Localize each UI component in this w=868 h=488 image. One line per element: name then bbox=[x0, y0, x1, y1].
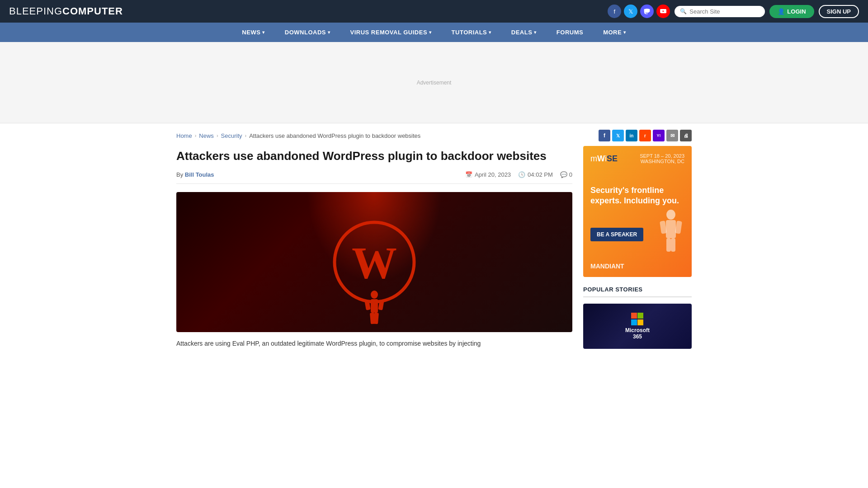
svg-rect-9 bbox=[666, 220, 676, 238]
nav-tutorials-arrow: ▾ bbox=[489, 30, 491, 35]
svg-rect-12 bbox=[666, 238, 671, 252]
article-date: 📅 April 20, 2023 bbox=[465, 171, 511, 178]
login-button[interactable]: 👤 LOGIN bbox=[769, 5, 814, 18]
svg-rect-3 bbox=[371, 299, 378, 313]
popular-story-1-image[interactable]: Microsoft365 bbox=[583, 304, 692, 349]
article-layout: Attackers use abandoned WordPress plugin… bbox=[176, 146, 692, 362]
figure-silhouette bbox=[363, 290, 386, 326]
breadcrumb-news[interactable]: News bbox=[199, 132, 214, 139]
author-link[interactable]: Bill Toulas bbox=[185, 171, 214, 178]
calendar-icon: 📅 bbox=[465, 171, 472, 178]
article-hero-image: W bbox=[176, 192, 572, 332]
ad-logo: mWiSE bbox=[590, 153, 618, 164]
article-excerpt: Attackers are using Eval PHP, an outdate… bbox=[176, 338, 572, 348]
clock-icon: 🕓 bbox=[518, 171, 525, 178]
youtube-header-icon[interactable] bbox=[656, 5, 670, 18]
header-right: f 𝕏 🔍 👤 LOGIN SIGN UP bbox=[608, 5, 859, 18]
article-meta: By Bill Toulas 📅 April 20, 2023 🕓 04:02 … bbox=[176, 171, 572, 184]
breadcrumb: Home › News › Security › Attackers use a… bbox=[176, 132, 420, 139]
svg-point-8 bbox=[666, 210, 675, 220]
nav-downloads[interactable]: DOWNLOADS ▾ bbox=[275, 23, 340, 42]
sidebar-advertisement[interactable]: mWiSE SEPT 18 – 20, 2023 WASHINGTON, DC … bbox=[583, 146, 692, 277]
breadcrumb-sep-1: › bbox=[195, 133, 197, 138]
breadcrumb-security[interactable]: Security bbox=[221, 132, 242, 139]
meta-right: 📅 April 20, 2023 🕓 04:02 PM 💬 0 bbox=[465, 171, 572, 178]
ad-figure bbox=[657, 209, 684, 259]
article-sidebar: mWiSE SEPT 18 – 20, 2023 WASHINGTON, DC … bbox=[583, 146, 692, 349]
popular-stories-section: POPULAR STORIES Microsoft365 bbox=[583, 286, 692, 349]
site-header: BLEEPINGCOMPUTER f 𝕏 🔍 👤 LOGIN SIGN UP bbox=[0, 0, 868, 23]
share-icons: f 𝕏 in r Y! ✉ 🖨 bbox=[599, 130, 692, 141]
twitter-header-icon[interactable]: 𝕏 bbox=[624, 5, 637, 18]
comment-icon: 💬 bbox=[560, 171, 567, 178]
content-wrapper: Home › News › Security › Attackers use a… bbox=[167, 123, 701, 362]
search-icon: 🔍 bbox=[680, 8, 687, 14]
ad-cta-button[interactable]: BE A SPEAKER bbox=[590, 228, 643, 241]
ad-date: SEPT 18 – 20, 2023 bbox=[640, 153, 684, 159]
ms365-text: Microsoft365 bbox=[625, 327, 650, 340]
facebook-header-icon[interactable]: f bbox=[608, 5, 621, 18]
article-title: Attackers use abandoned WordPress plugin… bbox=[176, 149, 572, 164]
svg-text:W: W bbox=[352, 238, 397, 288]
share-print[interactable]: 🖨 bbox=[680, 130, 692, 141]
nav-deals[interactable]: DEALS ▾ bbox=[501, 23, 547, 42]
user-icon: 👤 bbox=[778, 8, 785, 15]
nav-news[interactable]: NEWS ▾ bbox=[232, 23, 275, 42]
article-time: 🕓 04:02 PM bbox=[518, 171, 553, 178]
breadcrumb-current: Attackers use abandoned WordPress plugin… bbox=[249, 132, 420, 139]
search-input[interactable] bbox=[689, 8, 760, 15]
nav-deals-arrow: ▾ bbox=[534, 30, 537, 35]
signup-button[interactable]: SIGN UP bbox=[819, 5, 859, 18]
ad-header: mWiSE SEPT 18 – 20, 2023 WASHINGTON, DC bbox=[590, 153, 684, 164]
popular-stories-title: POPULAR STORIES bbox=[583, 286, 692, 297]
share-twitter[interactable]: 𝕏 bbox=[612, 130, 624, 141]
microsoft-flag-icon bbox=[631, 313, 644, 325]
svg-rect-5 bbox=[378, 300, 384, 310]
share-email[interactable]: ✉ bbox=[666, 130, 678, 141]
search-bar: 🔍 bbox=[675, 6, 765, 17]
nav-news-arrow: ▾ bbox=[262, 30, 265, 35]
top-ad-banner: Advertisement bbox=[0, 42, 868, 123]
nav-more-arrow: ▾ bbox=[623, 30, 626, 35]
ad-brand: MANDIANT bbox=[590, 263, 684, 270]
share-reddit[interactable]: r bbox=[639, 130, 651, 141]
nav-virus-removal-arrow: ▾ bbox=[429, 30, 432, 35]
breadcrumb-home[interactable]: Home bbox=[176, 132, 192, 139]
social-icons: f 𝕏 bbox=[608, 5, 670, 18]
breadcrumb-sep-3: › bbox=[245, 133, 247, 138]
ad-location: WASHINGTON, DC bbox=[640, 159, 684, 164]
nav-forums[interactable]: FORUMS bbox=[547, 23, 593, 42]
article-author-line: By Bill Toulas bbox=[176, 171, 214, 178]
share-yahoo[interactable]: Y! bbox=[653, 130, 665, 141]
breadcrumb-sep-2: › bbox=[217, 133, 218, 138]
share-facebook[interactable]: f bbox=[599, 130, 610, 141]
svg-point-2 bbox=[371, 291, 378, 299]
mastodon-header-icon[interactable] bbox=[640, 5, 654, 18]
article: Attackers use abandoned WordPress plugin… bbox=[176, 146, 572, 349]
ad-tagline: Security's frontline experts. Including … bbox=[590, 185, 684, 206]
ms365-logo: Microsoft365 bbox=[625, 313, 650, 340]
nav-tutorials[interactable]: TUTORIALS ▾ bbox=[442, 23, 501, 42]
breadcrumb-row: Home › News › Security › Attackers use a… bbox=[176, 123, 692, 146]
svg-rect-10 bbox=[660, 221, 667, 234]
site-logo[interactable]: BLEEPINGCOMPUTER bbox=[9, 5, 123, 17]
svg-rect-13 bbox=[671, 238, 675, 252]
nav-more[interactable]: MORE ▾ bbox=[593, 23, 636, 42]
share-linkedin[interactable]: in bbox=[626, 130, 637, 141]
comment-count[interactable]: 💬 0 bbox=[560, 171, 572, 178]
nav-virus-removal[interactable]: VIRUS REMOVAL GUIDES ▾ bbox=[340, 23, 442, 42]
main-navigation: NEWS ▾ DOWNLOADS ▾ VIRUS REMOVAL GUIDES … bbox=[0, 23, 868, 42]
svg-rect-4 bbox=[364, 300, 371, 310]
nav-downloads-arrow: ▾ bbox=[328, 30, 330, 35]
svg-rect-11 bbox=[675, 221, 682, 234]
